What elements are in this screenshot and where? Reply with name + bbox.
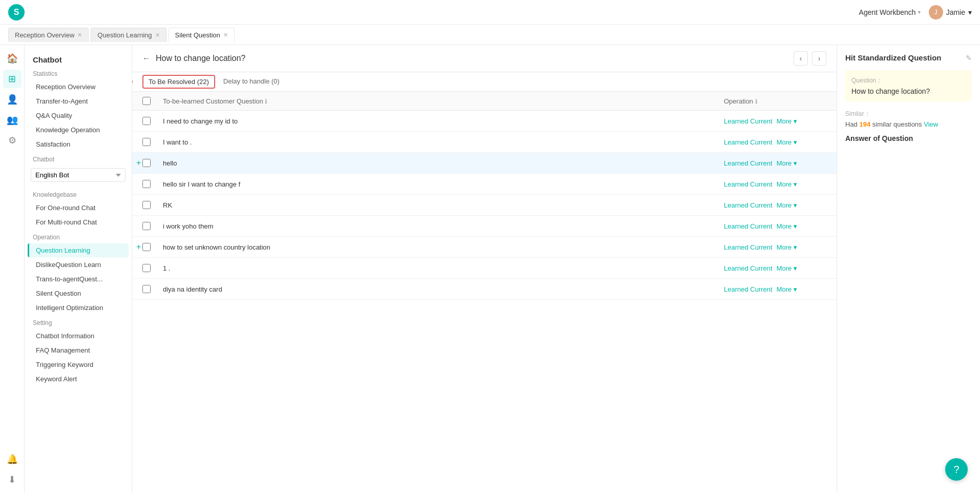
nav-user-item[interactable]: 👤	[3, 90, 22, 109]
row-6-question-text: i work yoho them	[163, 222, 724, 230]
nav-notification-item[interactable]: 🔔	[3, 450, 22, 468]
similar-text: Had 194 similar questions View	[845, 120, 972, 128]
row-5-more-btn[interactable]: More ▾	[777, 201, 797, 209]
row-7-learned-btn[interactable]: Learned Current	[724, 243, 773, 251]
sidebar-item-keyword-alert[interactable]: Keyword Alert	[28, 372, 129, 386]
tab-silent-question[interactable]: Silent Question ✕	[169, 28, 235, 42]
plus-icon-2[interactable]: +	[136, 242, 141, 252]
sidebar-item-one-round[interactable]: For One-round Chat	[28, 201, 129, 215]
nav-download-item[interactable]: ⬇	[3, 470, 22, 489]
similar-text-after: similar questions	[870, 120, 922, 128]
sidebar-item-multi-round[interactable]: For Multi-round Chat	[28, 215, 129, 229]
table-row: I need to change my id to Learned Curren…	[132, 111, 837, 132]
row-8-more-btn[interactable]: More ▾	[777, 264, 797, 272]
content-tabs: ↗ To Be Resolved (22) Delay to handle (0…	[132, 72, 837, 92]
sidebar-item-transfer-to-agent[interactable]: Transfer-to-Agent	[28, 94, 129, 108]
user-name-label: Jamie	[946, 8, 965, 16]
tab-reception-close-icon[interactable]: ✕	[77, 32, 82, 38]
edit-icon[interactable]: ✎	[966, 54, 972, 62]
tab-question-learning[interactable]: Question Learning ✕	[91, 28, 166, 42]
plus-icon[interactable]: +	[136, 158, 141, 168]
row-6-learned-btn[interactable]: Learned Current	[724, 222, 773, 230]
sidebar-item-reception-overview[interactable]: Reception Overview	[28, 80, 129, 94]
question-label: Question：	[851, 76, 966, 85]
row-2-checkbox[interactable]	[142, 138, 151, 146]
row-1-checkbox[interactable]	[142, 117, 151, 125]
content-area: ← How to change location? ‹ › ↗ To Be Re…	[132, 45, 837, 493]
row-4-question-text: hello sir I want to change f	[163, 180, 724, 188]
sidebar-item-trans-to-agent[interactable]: Trans-to-agentQuest...	[28, 272, 129, 286]
view-link[interactable]: View	[924, 120, 938, 128]
question-box: Question： How to change location?	[845, 70, 972, 101]
sidebar-item-intelligent-opt[interactable]: Intelligent Optimization	[28, 301, 129, 315]
sidebar-item-satisfaction[interactable]: Satisfaction	[28, 137, 129, 151]
page-header-nav: ‹ ›	[794, 51, 826, 66]
row-1-learned-btn[interactable]: Learned Current	[724, 117, 773, 125]
table-row: 1 . Learned Current More ▾	[132, 258, 837, 279]
sidebar-item-qa-quality[interactable]: Q&A Quality	[28, 109, 129, 122]
row-8-learned-btn[interactable]: Learned Current	[724, 264, 773, 272]
operation-info-icon[interactable]: ℹ	[755, 98, 758, 105]
row-4-more-btn[interactable]: More ▾	[777, 180, 797, 188]
table-row: + how to set unknown country location Le…	[132, 237, 837, 258]
topbar: S Agent Workbench ▾ J Jamie ▾	[0, 0, 980, 25]
nav-settings-item[interactable]: ⚙	[3, 131, 22, 150]
row-4-learned-btn[interactable]: Learned Current	[724, 180, 773, 188]
grid-icon: ⊞	[8, 73, 16, 85]
right-panel: Hit Standardized Question ✎ Question： Ho…	[837, 45, 980, 493]
row-9-more-btn[interactable]: More ▾	[777, 285, 797, 293]
row-2-more-btn[interactable]: More ▾	[777, 138, 797, 146]
row-6-checkbox[interactable]	[142, 222, 151, 230]
sidebar-setting-section: Setting	[25, 315, 132, 328]
sidebar-item-dislike-question[interactable]: DislikeQuestion Learn	[28, 258, 129, 272]
row-7-more-btn[interactable]: More ▾	[777, 243, 797, 251]
sidebar-item-faq-management[interactable]: FAQ Management	[28, 343, 129, 357]
chatbot-select[interactable]: English Bot	[31, 168, 126, 182]
row-2-question-text: I want to .	[163, 138, 724, 146]
question-info-icon[interactable]: ℹ	[265, 98, 267, 105]
row-9-learned-btn[interactable]: Learned Current	[724, 285, 773, 293]
row-3-more-btn[interactable]: More ▾	[777, 159, 797, 167]
sidebar-item-chatbot-info[interactable]: Chatbot Information	[28, 329, 129, 343]
nav-home-item[interactable]: 🏠	[3, 49, 22, 68]
row-1-more-btn[interactable]: More ▾	[777, 117, 797, 125]
row-3-question-text: hello	[163, 159, 724, 167]
select-all-checkbox[interactable]	[142, 97, 151, 105]
row-2-learned-btn[interactable]: Learned Current	[724, 138, 773, 146]
sidebar-chatbot-section: Chatbot	[25, 152, 132, 165]
sidebar-item-question-learning[interactable]: Question Learning	[28, 243, 129, 257]
tab-to-be-resolved[interactable]: To Be Resolved (22)	[142, 75, 215, 89]
page-next-button[interactable]: ›	[812, 51, 826, 66]
tab-reception-overview[interactable]: Reception Overview ✕	[8, 28, 89, 42]
app-logo: S	[8, 4, 25, 20]
row-4-checkbox[interactable]	[142, 180, 151, 188]
row-3-checkbox[interactable]	[142, 159, 151, 167]
tab-question-label: Question Learning	[97, 31, 152, 39]
table-row: i work yoho them Learned Current More ▾	[132, 216, 837, 237]
tab-silent-close-icon[interactable]: ✕	[223, 32, 228, 38]
tab-delay-to-handle[interactable]: Delay to handle (0)	[215, 72, 288, 91]
row-5-learned-btn[interactable]: Learned Current	[724, 201, 773, 209]
nav-contacts-item[interactable]: 👥	[3, 111, 22, 129]
user-chevron-icon: ▾	[968, 8, 972, 16]
row-3-learned-btn[interactable]: Learned Current	[724, 159, 773, 167]
row-8-checkbox[interactable]	[142, 264, 151, 272]
back-button[interactable]: ←	[142, 54, 151, 63]
sidebar-item-silent-question[interactable]: Silent Question	[28, 286, 129, 300]
chevron-down-icon: ▾	[918, 9, 921, 15]
avatar: J	[929, 5, 943, 19]
page-prev-button[interactable]: ‹	[794, 51, 808, 66]
row-7-checkbox[interactable]	[142, 243, 151, 251]
agent-workbench-dropdown[interactable]: Agent Workbench ▾	[859, 8, 921, 16]
nav-grid-item[interactable]: ⊞	[3, 70, 22, 88]
row-6-more-btn[interactable]: More ▾	[777, 222, 797, 230]
user-menu[interactable]: J Jamie ▾	[929, 5, 972, 19]
page-header: ← How to change location? ‹ ›	[132, 45, 837, 72]
sidebar-item-triggering-keyword[interactable]: Triggering Keyword	[28, 358, 129, 372]
sidebar-item-knowledge-operation[interactable]: Knowledge Operation	[28, 123, 129, 137]
row-9-checkbox[interactable]	[142, 285, 151, 293]
tab-question-close-icon[interactable]: ✕	[155, 32, 160, 38]
row-5-checkbox[interactable]	[142, 201, 151, 209]
right-panel-title: Hit Standardized Question	[845, 53, 942, 62]
help-button[interactable]: ?	[945, 458, 968, 481]
